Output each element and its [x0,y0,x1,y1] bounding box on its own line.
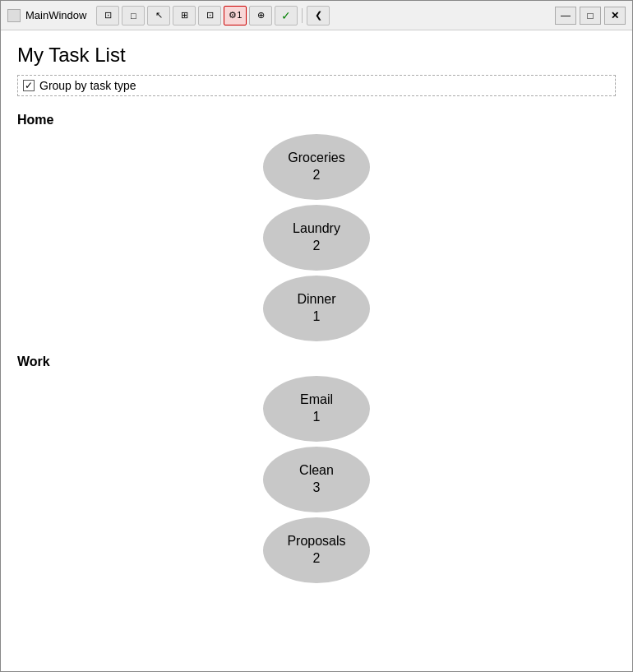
group-by-row[interactable]: ✓ Group by task type [17,75,616,96]
task-bubble-laundry[interactable]: Laundry2 [263,205,370,271]
task-name: Email [300,392,333,409]
task-name: Groceries [288,150,344,167]
toolbar-btn8[interactable]: ✓ [275,6,298,25]
toolbar-btn5[interactable]: ⊡ [198,6,221,25]
maximize-button[interactable]: □ [580,7,601,25]
section-header-home: Home [17,113,616,127]
task-name: Dinner [297,291,335,308]
window-controls: — □ ✕ [555,7,626,25]
task-count: 1 [313,409,321,426]
task-count: 2 [313,238,321,255]
task-name: Clean [299,462,334,480]
task-name: Laundry [293,220,340,238]
task-list-home: Groceries2Laundry2Dinner1 [17,134,616,341]
task-count: 2 [313,550,321,568]
toolbar-btn4[interactable]: ⊞ [173,6,196,25]
task-count: 1 [313,308,321,326]
toolbar-divider [302,8,303,23]
task-count: 2 [313,167,321,184]
minimize-button[interactable]: — [555,7,576,25]
page-title: My Task List [17,44,616,67]
task-count: 3 [313,480,321,497]
content-area: My Task List ✓ Group by task type HomeGr… [1,30,632,671]
toolbar-btn6-special[interactable]: ⚙1 [224,6,247,25]
group-by-checkbox[interactable]: ✓ [23,80,35,91]
toolbar-btn3[interactable]: ↖ [147,6,170,25]
main-window: MainWindow ⊡ □ ↖ ⊞ ⊡ ⚙1 ⊕ ✓ ❮ — □ ✕ My T… [0,0,633,672]
window-icon [7,9,21,22]
titlebar: MainWindow ⊡ □ ↖ ⊞ ⊡ ⚙1 ⊕ ✓ ❮ — □ ✕ [1,1,632,30]
group-by-label: Group by task type [39,79,136,92]
toolbar-btn2[interactable]: □ [122,6,145,25]
toolbar-btn1[interactable]: ⊡ [96,6,119,25]
task-list-work: Email1Clean3Proposals2 [17,376,616,583]
section-header-work: Work [17,355,616,369]
window-title: MainWindow [25,9,86,21]
task-name: Proposals [287,533,345,550]
toolbar-btn7[interactable]: ⊕ [249,6,272,25]
close-button[interactable]: ✕ [604,7,626,25]
task-bubble-groceries[interactable]: Groceries2 [263,134,370,200]
toolbar-btn9[interactable]: ❮ [307,6,330,25]
toolbar: ⊡ □ ↖ ⊞ ⊡ ⚙1 ⊕ ✓ ❮ [96,6,555,25]
task-bubble-dinner[interactable]: Dinner1 [263,276,370,341]
task-bubble-proposals[interactable]: Proposals2 [263,517,370,583]
sections-container: HomeGroceries2Laundry2Dinner1WorkEmail1C… [17,113,616,583]
task-bubble-email[interactable]: Email1 [263,376,370,442]
task-bubble-clean[interactable]: Clean3 [263,447,370,512]
